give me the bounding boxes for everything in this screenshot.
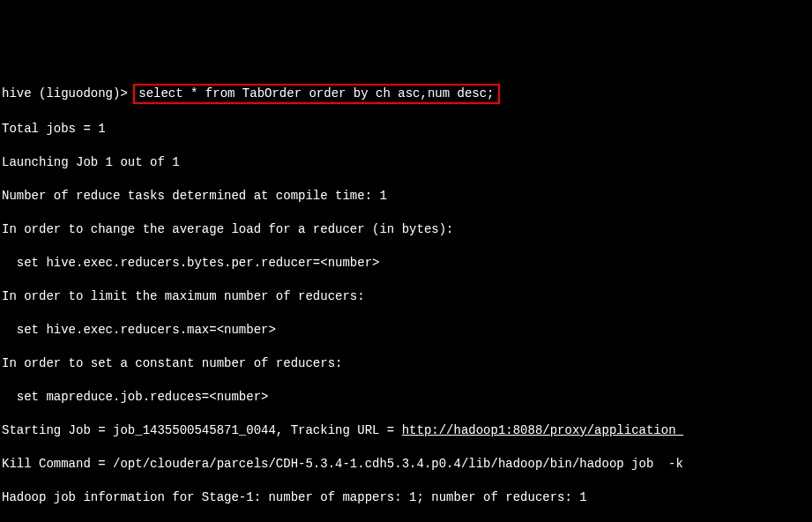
output-line: Kill Command = /opt/cloudera/parcels/CDH…	[2, 456, 810, 473]
output-line: Total jobs = 1	[2, 121, 810, 138]
sql-query-highlight: select * from TabOrder order by ch asc,n…	[133, 84, 499, 104]
output-line: set hive.exec.reducers.max=<number>	[2, 322, 810, 339]
sql-query: select * from TabOrder order by ch asc,n…	[138, 86, 494, 101]
output-line: set mapreduce.job.reduces=<number>	[2, 389, 810, 406]
output-line: Number of reduce tasks determined at com…	[2, 188, 810, 205]
output-line: In order to change the average load for …	[2, 221, 810, 238]
output-line: In order to set a constant number of red…	[2, 355, 810, 372]
hive-prompt: hive (liguodong)>	[2, 86, 135, 101]
output-line: In order to limit the maximum number of …	[2, 288, 810, 305]
tracking-url-link[interactable]: http://hadoop1:8088/proxy/application_	[402, 423, 683, 437]
output-line: Hadoop job information for Stage-1: numb…	[2, 489, 810, 506]
output-line: Launching Job 1 out of 1	[2, 154, 810, 171]
terminal-output: hive (liguodong)> select * from TabOrder…	[0, 67, 812, 522]
prompt-line: hive (liguodong)> select * from TabOrder…	[2, 84, 810, 104]
output-line: Starting Job = job_1435500545871_0044, T…	[2, 422, 810, 439]
job-start-text: Starting Job = job_1435500545871_0044, T…	[2, 423, 402, 437]
output-line: set hive.exec.reducers.bytes.per.reducer…	[2, 255, 810, 272]
